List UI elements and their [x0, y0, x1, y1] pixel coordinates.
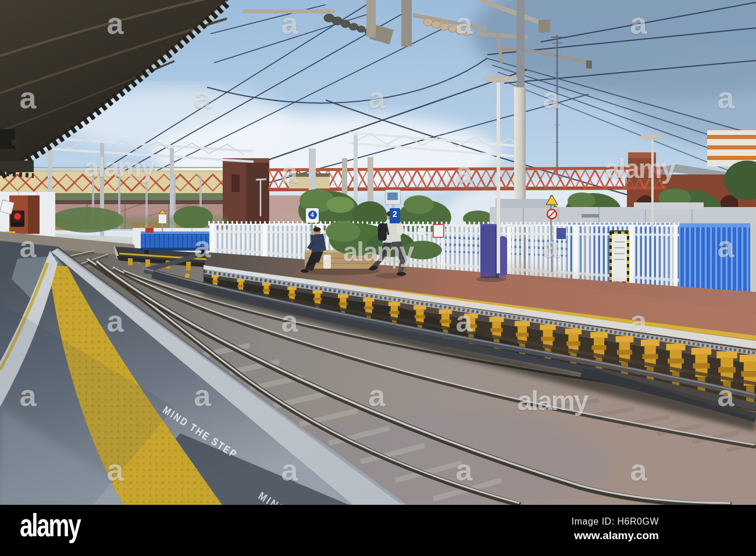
marker-4-disc: 4 [308, 211, 317, 219]
track-marker-4-sign: 4 [306, 208, 319, 223]
station-photograph: 2 4 MIND THE STEP MIND aaaaaaaaaaaaaaaaa… [0, 0, 756, 505]
alamy-logo: alamy [20, 507, 80, 543]
screen-glass [387, 193, 398, 200]
bridge-brick-tower [223, 158, 269, 226]
platform-info-screen [385, 190, 401, 205]
notice-board [610, 230, 629, 283]
blue-crate [141, 228, 209, 254]
stock-photo-page: 2 4 MIND THE STEP MIND aaaaaaaaaaaaaaaaa… [0, 0, 756, 556]
alamy-footer-bar: alamy Image ID: H6R0GW www.alamy.com [0, 505, 756, 556]
alamy-website-link[interactable]: www.alamy.com [572, 529, 659, 542]
platform-2-sign: 2 [390, 208, 400, 223]
image-id-label: Image ID: H6R0GW [572, 516, 659, 527]
footer-info: Image ID: H6R0GW www.alamy.com [572, 516, 659, 542]
station-scene-illustration [0, 0, 756, 505]
